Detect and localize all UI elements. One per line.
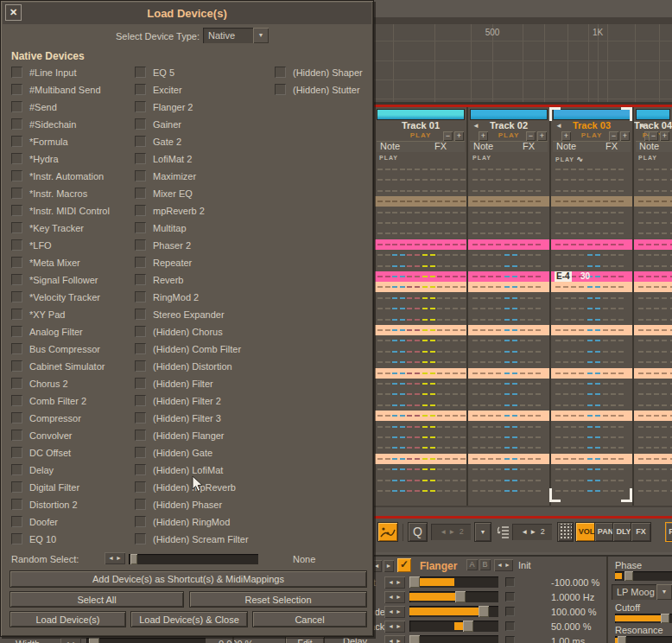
param-stepper[interactable]: ◄ ► bbox=[384, 635, 405, 643]
pattern-row[interactable] bbox=[551, 164, 632, 175]
pattern-row[interactable] bbox=[468, 475, 549, 486]
slider-handle[interactable] bbox=[455, 591, 466, 602]
device-checkbox[interactable] bbox=[11, 257, 22, 268]
slider-handle[interactable] bbox=[409, 576, 420, 588]
device-checkbox[interactable] bbox=[11, 84, 22, 95]
device-label[interactable]: EQ 5 bbox=[153, 67, 174, 78]
automation-icon[interactable] bbox=[377, 522, 398, 542]
device-label[interactable]: *LFO bbox=[29, 240, 52, 251]
device-checkbox[interactable] bbox=[135, 343, 146, 354]
device-checkbox[interactable] bbox=[135, 153, 146, 164]
close-icon[interactable]: ✕ bbox=[5, 4, 22, 21]
pattern-row[interactable] bbox=[468, 293, 549, 303]
pattern-row[interactable] bbox=[634, 464, 672, 474]
pattern-row[interactable] bbox=[468, 186, 549, 196]
device-checkbox[interactable] bbox=[135, 136, 146, 147]
device-label[interactable]: (Hidden) Chorus bbox=[153, 327, 223, 337]
pattern-row[interactable] bbox=[634, 282, 672, 292]
pattern-row[interactable] bbox=[375, 239, 466, 250]
device-checkbox[interactable] bbox=[11, 67, 22, 78]
device-checkbox[interactable] bbox=[135, 101, 146, 112]
edit-button[interactable]: Edit bbox=[285, 636, 325, 643]
pattern-row[interactable] bbox=[375, 315, 466, 325]
device-checkbox[interactable] bbox=[11, 309, 22, 320]
device-label[interactable]: (Hidden) Filter 2 bbox=[153, 396, 221, 406]
device-label[interactable]: Analog Filter bbox=[29, 327, 83, 337]
device-nav-right[interactable]: ► bbox=[384, 560, 394, 572]
add-column-icon[interactable]: + bbox=[620, 131, 630, 141]
note-column-header[interactable]: Note bbox=[553, 141, 602, 152]
quantize-button[interactable]: Q bbox=[408, 522, 428, 542]
device-label[interactable]: *Meta Mixer bbox=[29, 258, 80, 268]
device-checkbox[interactable] bbox=[11, 395, 22, 406]
pattern-row[interactable] bbox=[551, 335, 632, 346]
pattern-row[interactable] bbox=[634, 293, 672, 303]
device-label[interactable]: Comb Filter 2 bbox=[29, 396, 86, 406]
device-checkbox[interactable] bbox=[11, 378, 22, 389]
device-label[interactable]: Digital Filter bbox=[29, 482, 79, 493]
device-checkbox[interactable] bbox=[135, 274, 146, 285]
pattern-row[interactable] bbox=[468, 464, 549, 474]
pattern-row[interactable] bbox=[468, 442, 549, 453]
device-label[interactable]: Mixer EQ bbox=[153, 188, 193, 199]
note-column-header[interactable]: Note bbox=[377, 141, 431, 152]
remove-column-icon[interactable]: − bbox=[443, 131, 453, 141]
device-label[interactable]: Repeater bbox=[153, 258, 192, 268]
pattern-row[interactable] bbox=[468, 175, 549, 185]
device-label[interactable]: #Multiband Send bbox=[29, 85, 101, 95]
param-automation-checkbox[interactable] bbox=[505, 592, 515, 602]
device-label[interactable]: Convolver bbox=[29, 430, 73, 441]
device-checkbox[interactable] bbox=[11, 170, 22, 181]
param-slider[interactable] bbox=[409, 606, 498, 617]
pattern-row[interactable] bbox=[551, 432, 632, 442]
param-automation-checkbox[interactable] bbox=[505, 607, 515, 616]
pattern-row[interactable] bbox=[551, 250, 632, 260]
device-checkbox[interactable] bbox=[11, 430, 22, 441]
track-name[interactable]: Track 01 bbox=[375, 120, 466, 131]
device-label[interactable]: Chorus 2 bbox=[29, 379, 68, 389]
pattern-row[interactable] bbox=[551, 325, 632, 335]
pattern-row[interactable] bbox=[634, 368, 672, 379]
pattern-row[interactable] bbox=[634, 303, 672, 314]
device-label[interactable]: *Formula bbox=[29, 137, 68, 147]
pattern-row[interactable] bbox=[468, 261, 549, 271]
pattern-row[interactable] bbox=[375, 442, 466, 453]
slider-handle[interactable] bbox=[618, 636, 626, 643]
device-checkbox[interactable] bbox=[135, 188, 146, 199]
matrix-grid-icon[interactable] bbox=[557, 522, 574, 542]
device-checkbox[interactable] bbox=[11, 499, 22, 510]
pattern-row[interactable] bbox=[375, 389, 466, 399]
pattern-row[interactable] bbox=[551, 228, 632, 239]
pattern-row[interactable] bbox=[551, 368, 632, 379]
device-checkbox[interactable] bbox=[135, 447, 146, 458]
device-checkbox[interactable] bbox=[11, 326, 22, 337]
device-label[interactable]: *Velocity Tracker bbox=[29, 292, 100, 302]
device-label[interactable]: (Hidden) LofiMat bbox=[153, 465, 223, 475]
pattern-row[interactable] bbox=[634, 325, 672, 335]
slider-handle[interactable] bbox=[89, 638, 99, 643]
fx-column-header[interactable]: FX bbox=[602, 141, 631, 152]
device-label[interactable]: Doofer bbox=[29, 517, 58, 527]
device-checkbox[interactable] bbox=[135, 205, 146, 216]
pattern-row[interactable] bbox=[375, 175, 466, 185]
device-label[interactable]: *Instr. MIDI Control bbox=[29, 206, 110, 216]
pattern-row[interactable] bbox=[634, 379, 672, 389]
filter-type-dropdown[interactable]: LP Moog▼ bbox=[612, 584, 672, 600]
pattern-row[interactable] bbox=[551, 196, 632, 207]
pattern-row[interactable] bbox=[551, 464, 632, 474]
device-label[interactable]: (Hidden) RingMod bbox=[153, 517, 230, 527]
pattern-row[interactable] bbox=[375, 261, 466, 271]
slider-handle[interactable] bbox=[624, 571, 633, 581]
device-checkbox[interactable] bbox=[11, 360, 22, 372]
pattern-row[interactable] bbox=[468, 379, 549, 389]
pattern-row[interactable] bbox=[551, 411, 632, 421]
device-label[interactable]: (Hidden) Shaper bbox=[293, 67, 363, 78]
device-label[interactable]: Flanger 2 bbox=[153, 102, 193, 112]
pattern-row[interactable] bbox=[551, 207, 632, 218]
pattern-row[interactable] bbox=[468, 228, 549, 239]
pattern-row[interactable] bbox=[551, 261, 632, 271]
pattern-row[interactable] bbox=[375, 218, 466, 228]
device-label[interactable]: (Hidden) Gate bbox=[153, 448, 212, 458]
pattern-row[interactable] bbox=[551, 186, 632, 196]
random-select-slider-handle[interactable] bbox=[130, 554, 137, 564]
